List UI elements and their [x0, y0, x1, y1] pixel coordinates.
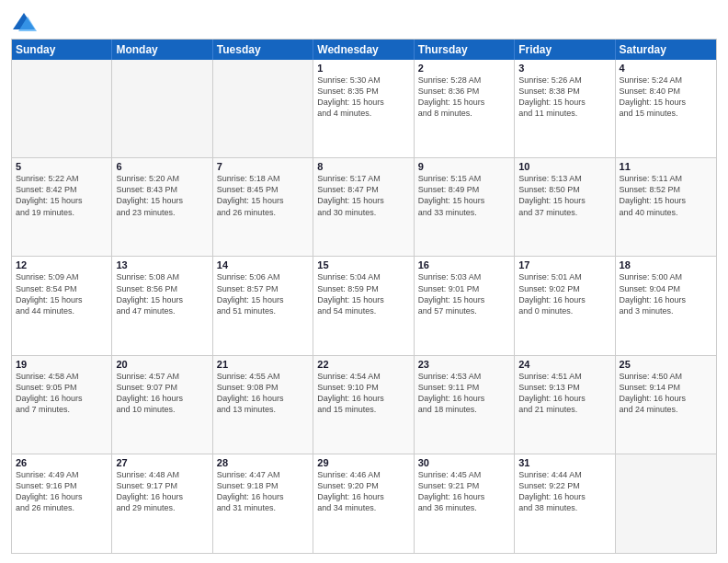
day-info: Sunrise: 5:13 AM Sunset: 8:50 PM Dayligh…: [518, 173, 610, 218]
day-info: Sunrise: 5:09 AM Sunset: 8:54 PM Dayligh…: [16, 271, 108, 316]
day-number: 2: [418, 63, 510, 74]
day-cell: 2Sunrise: 5:28 AM Sunset: 8:36 PM Daylig…: [415, 60, 515, 157]
day-cell: 19Sunrise: 4:58 AM Sunset: 9:05 PM Dayli…: [12, 356, 112, 454]
day-number: 8: [317, 161, 409, 172]
day-number: 31: [518, 457, 610, 468]
day-info: Sunrise: 4:57 AM Sunset: 9:07 PM Dayligh…: [116, 371, 208, 416]
day-info: Sunrise: 4:46 AM Sunset: 9:20 PM Dayligh…: [317, 469, 409, 514]
day-of-week-header: Saturday: [616, 40, 716, 60]
day-cell: 4Sunrise: 5:24 AM Sunset: 8:40 PM Daylig…: [616, 60, 716, 157]
day-info: Sunrise: 5:11 AM Sunset: 8:52 PM Dayligh…: [620, 173, 712, 218]
day-info: Sunrise: 5:03 AM Sunset: 9:01 PM Dayligh…: [418, 271, 510, 316]
day-info: Sunrise: 4:45 AM Sunset: 9:21 PM Dayligh…: [418, 469, 510, 514]
calendar-row: 26Sunrise: 4:49 AM Sunset: 9:16 PM Dayli…: [12, 454, 716, 553]
day-cell: 3Sunrise: 5:26 AM Sunset: 8:38 PM Daylig…: [515, 60, 615, 157]
calendar-row: 19Sunrise: 4:58 AM Sunset: 9:05 PM Dayli…: [12, 356, 716, 454]
day-info: Sunrise: 4:51 AM Sunset: 9:13 PM Dayligh…: [518, 371, 610, 416]
day-info: Sunrise: 5:04 AM Sunset: 8:59 PM Dayligh…: [317, 271, 409, 316]
header: [11, 9, 717, 35]
day-cell: 28Sunrise: 4:47 AM Sunset: 9:18 PM Dayli…: [213, 454, 313, 553]
calendar-row: 12Sunrise: 5:09 AM Sunset: 8:54 PM Dayli…: [12, 257, 716, 355]
day-cell: 8Sunrise: 5:17 AM Sunset: 8:47 PM Daylig…: [313, 158, 414, 256]
day-cell: 13Sunrise: 5:08 AM Sunset: 8:56 PM Dayli…: [112, 257, 212, 354]
day-number: 15: [317, 259, 409, 270]
day-info: Sunrise: 5:15 AM Sunset: 8:49 PM Dayligh…: [418, 173, 510, 218]
day-number: 12: [16, 259, 108, 270]
day-number: 27: [116, 457, 208, 468]
day-number: 22: [317, 359, 409, 370]
day-number: 6: [116, 161, 208, 172]
day-cell: 11Sunrise: 5:11 AM Sunset: 8:52 PM Dayli…: [616, 158, 716, 256]
day-cell: 25Sunrise: 4:50 AM Sunset: 9:14 PM Dayli…: [616, 356, 716, 454]
day-info: Sunrise: 4:54 AM Sunset: 9:10 PM Dayligh…: [317, 371, 409, 416]
day-info: Sunrise: 4:49 AM Sunset: 9:16 PM Dayligh…: [16, 469, 108, 514]
day-number: 10: [518, 161, 610, 172]
day-number: 23: [418, 359, 510, 370]
day-info: Sunrise: 5:30 AM Sunset: 8:35 PM Dayligh…: [317, 75, 409, 120]
day-number: 18: [620, 259, 712, 270]
day-info: Sunrise: 5:01 AM Sunset: 9:02 PM Dayligh…: [518, 271, 610, 316]
day-info: Sunrise: 5:08 AM Sunset: 8:56 PM Dayligh…: [116, 271, 208, 316]
day-number: 5: [16, 161, 108, 172]
empty-cell: [12, 60, 112, 157]
day-cell: 18Sunrise: 5:00 AM Sunset: 9:04 PM Dayli…: [616, 257, 716, 354]
day-number: 25: [620, 359, 712, 370]
calendar-row: 5Sunrise: 5:22 AM Sunset: 8:42 PM Daylig…: [12, 158, 716, 257]
day-number: 24: [518, 359, 610, 370]
day-of-week-header: Monday: [112, 40, 212, 60]
day-number: 26: [16, 457, 108, 468]
day-of-week-header: Tuesday: [213, 40, 313, 60]
day-info: Sunrise: 5:24 AM Sunset: 8:40 PM Dayligh…: [620, 75, 712, 120]
day-cell: 10Sunrise: 5:13 AM Sunset: 8:50 PM Dayli…: [515, 158, 615, 256]
day-cell: 29Sunrise: 4:46 AM Sunset: 9:20 PM Dayli…: [313, 454, 414, 553]
day-info: Sunrise: 5:26 AM Sunset: 8:38 PM Dayligh…: [518, 75, 610, 120]
day-cell: 12Sunrise: 5:09 AM Sunset: 8:54 PM Dayli…: [12, 257, 112, 354]
calendar-row: 1Sunrise: 5:30 AM Sunset: 8:35 PM Daylig…: [12, 60, 716, 158]
day-of-week-header: Thursday: [415, 40, 515, 60]
day-number: 3: [518, 63, 610, 74]
day-cell: 21Sunrise: 4:55 AM Sunset: 9:08 PM Dayli…: [213, 356, 313, 454]
day-info: Sunrise: 4:44 AM Sunset: 9:22 PM Dayligh…: [518, 469, 610, 514]
day-info: Sunrise: 5:22 AM Sunset: 8:42 PM Dayligh…: [16, 173, 108, 218]
day-of-week-header: Wednesday: [313, 40, 414, 60]
day-number: 14: [217, 259, 309, 270]
day-number: 28: [217, 457, 309, 468]
day-cell: 14Sunrise: 5:06 AM Sunset: 8:57 PM Dayli…: [213, 257, 313, 354]
day-cell: 16Sunrise: 5:03 AM Sunset: 9:01 PM Dayli…: [415, 257, 515, 354]
day-of-week-header: Friday: [515, 40, 615, 60]
day-info: Sunrise: 4:55 AM Sunset: 9:08 PM Dayligh…: [217, 371, 309, 416]
day-number: 13: [116, 259, 208, 270]
day-info: Sunrise: 4:47 AM Sunset: 9:18 PM Dayligh…: [217, 469, 309, 514]
day-info: Sunrise: 5:20 AM Sunset: 8:43 PM Dayligh…: [116, 173, 208, 218]
day-number: 29: [317, 457, 409, 468]
calendar-body: 1Sunrise: 5:30 AM Sunset: 8:35 PM Daylig…: [12, 60, 716, 553]
day-number: 30: [418, 457, 510, 468]
empty-cell: [112, 60, 212, 157]
day-cell: 9Sunrise: 5:15 AM Sunset: 8:49 PM Daylig…: [415, 158, 515, 256]
day-cell: 23Sunrise: 4:53 AM Sunset: 9:11 PM Dayli…: [415, 356, 515, 454]
day-number: 4: [620, 63, 712, 74]
day-cell: 31Sunrise: 4:44 AM Sunset: 9:22 PM Dayli…: [515, 454, 615, 553]
day-cell: 26Sunrise: 4:49 AM Sunset: 9:16 PM Dayli…: [12, 454, 112, 553]
day-of-week-header: Sunday: [12, 40, 112, 60]
day-cell: 5Sunrise: 5:22 AM Sunset: 8:42 PM Daylig…: [12, 158, 112, 256]
day-cell: 22Sunrise: 4:54 AM Sunset: 9:10 PM Dayli…: [313, 356, 414, 454]
empty-cell: [213, 60, 313, 157]
day-number: 19: [16, 359, 108, 370]
day-number: 17: [518, 259, 610, 270]
day-number: 16: [418, 259, 510, 270]
day-number: 7: [217, 161, 309, 172]
day-number: 11: [620, 161, 712, 172]
day-number: 9: [418, 161, 510, 172]
day-info: Sunrise: 5:18 AM Sunset: 8:45 PM Dayligh…: [217, 173, 309, 218]
logo-icon: [11, 9, 37, 35]
day-cell: 7Sunrise: 5:18 AM Sunset: 8:45 PM Daylig…: [213, 158, 313, 256]
day-info: Sunrise: 5:28 AM Sunset: 8:36 PM Dayligh…: [418, 75, 510, 120]
day-number: 20: [116, 359, 208, 370]
day-info: Sunrise: 5:17 AM Sunset: 8:47 PM Dayligh…: [317, 173, 409, 218]
day-cell: 6Sunrise: 5:20 AM Sunset: 8:43 PM Daylig…: [112, 158, 212, 256]
day-cell: 27Sunrise: 4:48 AM Sunset: 9:17 PM Dayli…: [112, 454, 212, 553]
day-info: Sunrise: 5:06 AM Sunset: 8:57 PM Dayligh…: [217, 271, 309, 316]
day-cell: 1Sunrise: 5:30 AM Sunset: 8:35 PM Daylig…: [313, 60, 414, 157]
day-number: 21: [217, 359, 309, 370]
